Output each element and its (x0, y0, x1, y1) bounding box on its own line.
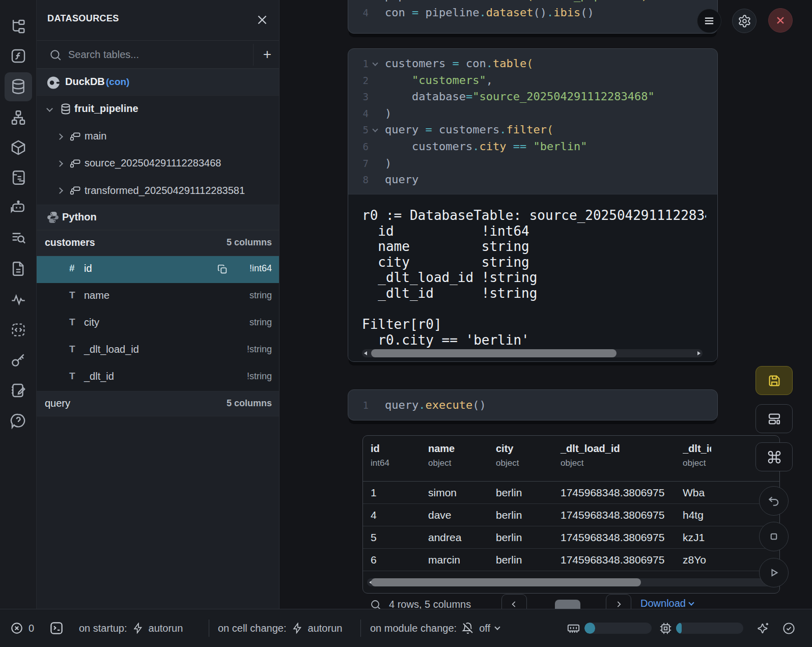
ai-sparkles-button[interactable] (757, 622, 770, 635)
file-tree-icon[interactable] (10, 18, 27, 35)
chevron-down-icon (494, 624, 500, 630)
code-editor[interactable]: 1customers = con.table(2 "customers",3 d… (348, 49, 717, 194)
horizontal-scrollbar[interactable] (362, 349, 703, 357)
activity-icon[interactable] (10, 291, 27, 308)
package-icon[interactable] (10, 139, 27, 156)
section-python[interactable]: Python (37, 205, 279, 230)
table-row[interactable]: 4daveberlin1745968348.3806975h4tg (363, 504, 779, 526)
code-line[interactable]: 8query (348, 172, 717, 188)
code-line[interactable]: 1query.execute() (348, 397, 717, 414)
code-line[interactable]: 1customers = con.table( (348, 55, 717, 72)
marimo-app: DATASOURCES + DuckDB (con) (0, 0, 812, 647)
search-input[interactable] (68, 46, 246, 63)
connection-duckdb[interactable]: DuckDB (con) (37, 69, 279, 96)
code-line[interactable]: 7) (348, 155, 717, 172)
scroll-right-arrow-icon[interactable] (697, 351, 701, 355)
snippets-icon[interactable] (10, 321, 27, 339)
terminal-icon (49, 621, 64, 636)
column-row-id[interactable]: # id !int64 (37, 256, 279, 283)
scrollbar-thumb[interactable] (371, 578, 641, 586)
column-header[interactable]: cityobject (496, 436, 519, 468)
chat-bot-icon[interactable] (10, 199, 27, 216)
schema-icon (70, 158, 81, 170)
table-row[interactable]: 1simonberlin1745968348.3806975Wba (363, 482, 779, 504)
download-link[interactable]: Download (640, 598, 693, 609)
on-startup-setting[interactable]: on startup: autorun (79, 609, 183, 647)
code-line[interactable]: 3pipeline = dlt.attach("fruit_pipeline") (348, 0, 717, 5)
code-cell-2[interactable]: 1customers = con.table(2 "customers",3 d… (348, 48, 718, 362)
zap-icon (132, 623, 144, 634)
copy-icon[interactable] (217, 264, 228, 275)
command-palette-button[interactable] (755, 442, 793, 471)
function-icon[interactable] (10, 47, 27, 65)
column-name: name (84, 290, 109, 301)
terminal-button[interactable] (49, 609, 64, 647)
code-line[interactable]: 6 customers.city == "berlin" (348, 138, 717, 155)
secrets-key-icon[interactable] (10, 351, 27, 369)
column-header[interactable]: nameobject (428, 436, 455, 468)
fold-chevron-icon[interactable] (372, 60, 378, 66)
cpu-icon (659, 622, 673, 635)
column-row-city[interactable]: T city string (37, 310, 279, 337)
connection-status-check-icon[interactable] (782, 622, 796, 635)
code-text: pipeline = dlt.attach("fruit_pipeline") (385, 0, 648, 5)
on-module-change-setting[interactable]: on module change: off (370, 609, 499, 647)
document-icon[interactable] (10, 260, 27, 277)
code-editor[interactable]: 1query.execute() (348, 390, 717, 414)
code-line[interactable]: 4) (348, 105, 717, 122)
scroll-left-arrow-icon[interactable] (364, 351, 367, 355)
column-row-dlt-id[interactable]: T _dlt_id !string (37, 364, 279, 391)
close-icon[interactable] (255, 12, 270, 27)
column-row-dlt-load-id[interactable]: T _dlt_load_id !string (37, 337, 279, 364)
code-line[interactable]: 4con = pipeline.dataset().ibis() (348, 5, 717, 21)
column-header[interactable]: _dlt_load_idobject (561, 436, 620, 468)
column-type: string (249, 290, 272, 301)
log-search-icon[interactable] (10, 230, 27, 247)
page-size-select[interactable] (555, 600, 580, 609)
memory-icon (567, 622, 580, 635)
dependency-graph-icon[interactable] (10, 109, 27, 126)
column-header[interactable]: idint64 (371, 436, 389, 468)
save-button[interactable] (755, 366, 793, 395)
horizontal-scrollbar[interactable] (367, 578, 775, 586)
tree-schema-source[interactable]: source_202504291112283468 (37, 150, 279, 177)
layout-toggle-button[interactable] (755, 404, 793, 433)
stop-button[interactable] (759, 522, 789, 551)
column-header[interactable]: _dlt_idobject (683, 436, 711, 468)
database-name: fruit_pipeline (74, 103, 138, 115)
menu-button[interactable] (697, 9, 721, 33)
tree-database-fruit-pipeline[interactable]: fruit_pipeline (37, 96, 279, 123)
run-all-button[interactable] (759, 558, 789, 587)
next-page-button[interactable] (606, 594, 631, 609)
column-row-name[interactable]: T name string (37, 283, 279, 310)
shutdown-button[interactable] (768, 8, 793, 33)
code-line[interactable]: 3 database="source_202504291112283468" (348, 89, 717, 105)
code-cell-3[interactable]: 1query.execute() (348, 389, 718, 420)
code-editor[interactable]: 3pipeline = dlt.attach("fruit_pipeline")… (348, 0, 717, 21)
table-customers-header[interactable]: customers 5 columns (37, 230, 279, 256)
tree-schema-transformed[interactable]: transformed_202504291112283581 (37, 177, 279, 205)
result-table-header[interactable]: idint64nameobjectcityobject_dlt_load_ido… (363, 436, 779, 482)
on-cell-change-setting[interactable]: on cell change: autorun (218, 609, 342, 647)
table-row[interactable]: 5andreaberlin1745968348.3806975kzJ1 (363, 526, 779, 549)
scrollbar-thumb[interactable] (371, 349, 617, 357)
settings-gear-button[interactable] (732, 9, 757, 33)
undo-button[interactable] (759, 486, 789, 516)
scratchpad-icon[interactable] (10, 382, 27, 399)
error-indicator[interactable]: 0 (10, 609, 34, 647)
table-row[interactable]: 6marcinberlin1745968348.3806975z8Yo (363, 549, 779, 571)
code-line[interactable]: 2 "customers", (348, 72, 717, 89)
table-query-header[interactable]: query 5 columns (37, 391, 279, 416)
add-datasource-button[interactable]: + (257, 44, 278, 65)
code-cell-1[interactable]: 3pipeline = dlt.attach("fruit_pipeline")… (348, 0, 718, 34)
prev-page-button[interactable] (501, 594, 527, 609)
table-search-icon[interactable] (370, 599, 382, 609)
tree-schema-main[interactable]: main (37, 123, 279, 150)
cpu-usage-fill (676, 623, 682, 634)
fold-chevron-icon[interactable] (372, 127, 378, 132)
column-name: id (84, 263, 92, 274)
code-line[interactable]: 5query = customers.filter( (348, 122, 717, 138)
database-icon[interactable] (10, 78, 27, 95)
scroll-icon[interactable] (10, 169, 27, 186)
help-icon[interactable] (10, 412, 27, 430)
